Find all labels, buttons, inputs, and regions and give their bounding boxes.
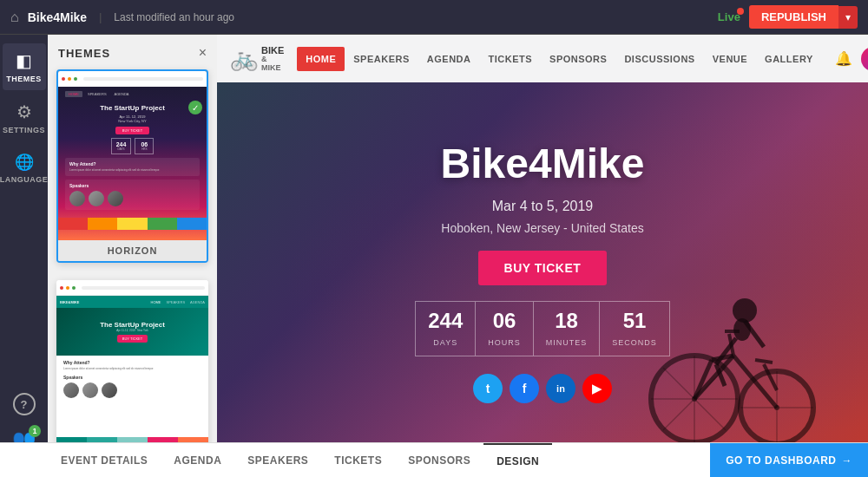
live-dot [737,8,744,15]
language-icon: 🌐 [15,153,34,172]
nav-item-home[interactable]: HOME [297,47,345,71]
bell-icon[interactable]: 🔔 [835,50,852,67]
horizon-theme-name: HORIZON [58,240,207,261]
countdown-days: 244 DAYS [415,301,476,356]
republish-arrow-button[interactable]: ▾ [838,6,858,29]
horizon-checkmark: ✓ [188,101,202,114]
themes-icon: ◧ [16,50,32,71]
top-bar: ⌂ Bike4Mike | Last modified an hour ago … [0,0,868,35]
countdown-hours: 06 HOURS [476,301,534,356]
logo-line2: & MIKE [261,56,284,73]
bottom-bar: EVENT DETAILS AGENDA SPEAKERS TICKETS SP… [0,442,868,477]
sidebar-settings-label: SETTINGS [3,126,45,134]
go-dashboard-button[interactable]: GO TO DASHBOARD → [710,443,868,478]
sidebar-language-label: LANGUAGE [0,175,48,184]
theme-preview-coral: BIKE&MIKE HOME SPEAKERS AGENDA The Start… [56,280,208,449]
countdown-seconds: 51 SECONDS [600,301,670,356]
social-youtube-button[interactable]: ▶ [582,374,612,403]
hero-section: Bike4Mike Mar 4 to 5, 2019 Hoboken, New … [217,82,868,477]
help-button[interactable]: ? [13,393,36,415]
left-sidebar: ◧ THEMES ⚙ SETTINGS 🌐 LANGUAGE ? 👥 1 [0,35,48,477]
nav-item-venue[interactable]: VENUE [704,47,756,71]
divider: | [99,11,102,23]
bottom-nav-speakers[interactable]: SPEAKERS [234,443,321,478]
bottom-nav: EVENT DETAILS AGENDA SPEAKERS TICKETS SP… [0,443,710,478]
hero-date: Mar 4 to 5, 2019 [492,199,594,214]
social-twitter-button[interactable]: t [473,374,503,403]
sidebar-themes-label: THEMES [6,75,42,83]
nav-item-speakers[interactable]: SPEAKERS [345,47,418,71]
social-icons: t f in ▶ [473,374,612,403]
nav-item-tickets[interactable]: TICKETS [479,47,541,71]
buy-ticket-button[interactable]: BUY TICKET [478,251,608,285]
social-linkedin-button[interactable]: in [546,374,575,403]
website-header: 🚲 BIKE & MIKE HOME SPEAKERS AGENDA TICKE… [217,35,868,82]
themes-title: THEMES [58,47,110,60]
nav-item-agenda[interactable]: AGENDA [418,47,480,71]
website-nav-right: 🔔 A 🌐 ENGLISH [835,47,868,71]
sidebar-item-language[interactable]: 🌐 LANGUAGE [3,146,46,191]
bottom-nav-sponsors[interactable]: SPONSORS [395,443,483,478]
website-nav: HOME SPEAKERS AGENDA TICKETS SPONSORS DI… [297,47,821,71]
sidebar-item-settings[interactable]: ⚙ SETTINGS [3,95,46,141]
bottom-nav-agenda[interactable]: AGENDA [161,443,234,478]
live-button[interactable]: Live [718,10,740,23]
dashboard-arrow-icon: → [842,454,853,467]
countdown-minutes: 18 MINUTES [534,301,601,356]
nav-item-gallery[interactable]: GALLERY [756,47,822,71]
settings-icon: ⚙ [16,101,32,122]
hero-title: Bike4Mike [441,140,645,187]
themes-close-button[interactable]: × [199,45,207,61]
modified-text: Last modified an hour ago [114,11,234,23]
themes-header: THEMES × [48,35,217,69]
republish-group: REPUBLISH ▾ [749,5,858,29]
svg-line-11 [755,360,773,363]
theme-card-horizon[interactable]: HOME SPEAKERS AGENDA The StartUp Project… [56,69,208,263]
home-icon[interactable]: ⌂ [10,10,19,25]
sidebar-item-themes[interactable]: ◧ THEMES [3,43,46,90]
hero-location: Hoboken, New Jersey - United States [441,221,643,235]
site-name: Bike4Mike [28,10,87,24]
republish-button[interactable]: REPUBLISH [749,5,838,29]
nav-item-sponsors[interactable]: SPONSORS [541,47,615,71]
theme-preview-horizon: HOME SPEAKERS AGENDA The StartUp Project… [58,71,207,240]
hero-content: Bike4Mike Mar 4 to 5, 2019 Hoboken, New … [415,140,670,403]
bottom-nav-event-details[interactable]: EVENT DETAILS [48,443,161,478]
bottom-nav-tickets[interactable]: TICKETS [321,443,395,478]
svg-point-13 [733,298,757,323]
social-facebook-button[interactable]: f [510,374,539,403]
countdown: 244 DAYS 06 HOURS 18 MINUTES 51 SECONDS [415,301,670,356]
themes-panel: THEMES × HOME SPEAKERS AGENDA The S [48,35,217,477]
users-badge: 1 [29,425,41,437]
svg-line-10 [764,364,777,390]
main-preview: 🚲 BIKE & MIKE HOME SPEAKERS AGENDA TICKE… [217,35,868,477]
website-logo: 🚲 BIKE & MIKE [230,45,284,73]
user-avatar[interactable]: A [861,47,868,71]
bottom-nav-design[interactable]: DESIGN [483,443,552,478]
nav-item-discussions[interactable]: DISCUSSIONS [615,47,703,71]
logo-icon: 🚲 [230,45,258,72]
logo-line1: BIKE [261,45,284,56]
